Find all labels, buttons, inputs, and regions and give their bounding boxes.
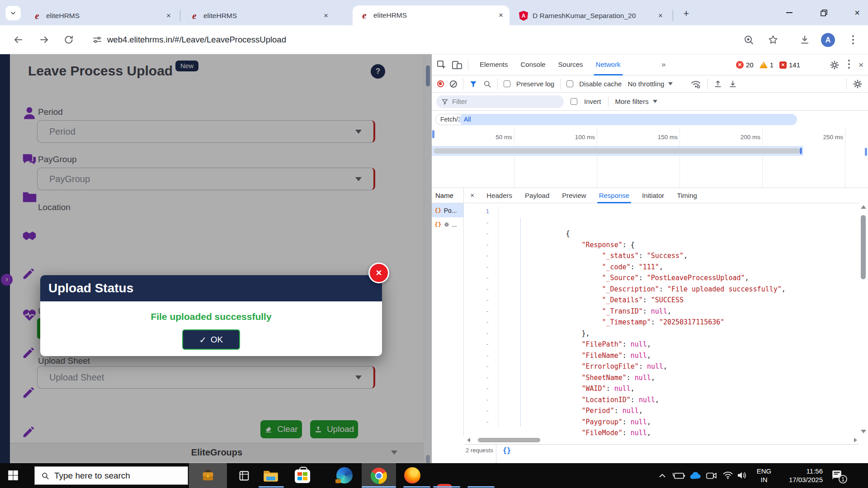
devtools-close-icon[interactable]: × (859, 60, 863, 70)
battery-icon[interactable] (672, 472, 685, 480)
network-settings-gear-icon[interactable] (853, 79, 863, 89)
modal-message: File uploaded successfully (40, 311, 382, 322)
timeline-scroll-nub[interactable] (432, 130, 434, 138)
browser-tab-elitehrms-1[interactable]: e eliteHRMS × (25, 6, 177, 25)
devtools-tab[interactable]: Sources (552, 54, 590, 75)
download-icon[interactable] (799, 34, 810, 45)
response-line: - "Response": { (464, 217, 859, 229)
meet-now-camera-icon[interactable] (706, 472, 717, 479)
timeline-scroll-nub[interactable] (865, 148, 867, 156)
clock[interactable]: 11:56 17/03/2025 (777, 467, 823, 484)
edge-icon[interactable] (336, 467, 353, 483)
response-json-viewer[interactable]: 1 { - "Response": { - (464, 203, 859, 436)
start-button[interactable] (7, 469, 19, 481)
show-hidden-icons-chevron[interactable] (658, 472, 666, 479)
detail-tab[interactable]: Payload (519, 188, 556, 203)
more-filters-dropdown[interactable]: More filters (615, 98, 657, 105)
scrollbar-thumb[interactable] (861, 215, 866, 279)
browser-tab-document[interactable]: A D RameshKumar_Separation_20 × (512, 6, 669, 25)
request-row[interactable]: {} ... (432, 217, 463, 231)
close-details-icon[interactable]: × (464, 192, 480, 200)
detail-tab[interactable]: Headers (480, 188, 519, 203)
window-minimize-button[interactable] (778, 4, 800, 22)
devtools-tab[interactable]: Network (590, 54, 627, 75)
browser-profile-avatar[interactable]: A (821, 33, 835, 47)
browser-tab-elitehrms-active[interactable]: e eliteHRMS × (353, 5, 509, 25)
scroll-up-arrow[interactable] (861, 205, 866, 209)
ok-button[interactable]: ✓ OK (182, 329, 240, 350)
language-indicator[interactable]: ENG IN (754, 467, 774, 484)
record-network-log-icon[interactable] (437, 80, 444, 87)
devtools-tab[interactable]: Console (514, 54, 552, 75)
tab-close-icon[interactable]: × (656, 11, 665, 20)
notification-center-button[interactable]: 1 (831, 469, 843, 481)
onedrive-icon[interactable] (689, 471, 702, 480)
tab-close-icon[interactable]: × (322, 11, 330, 20)
network-conditions-icon[interactable] (690, 79, 701, 89)
window-close-button[interactable]: × (846, 4, 868, 22)
detail-tab[interactable]: Response (593, 188, 636, 203)
search-icon[interactable] (483, 80, 491, 88)
filter-input[interactable] (452, 98, 542, 105)
devtools-menu-kebab-icon[interactable] (848, 60, 850, 70)
pretty-print-icon[interactable]: {} (496, 445, 511, 463)
export-har-icon[interactable] (728, 80, 737, 89)
briefcase-app-button[interactable] (189, 463, 227, 488)
chrome-icon-active[interactable] (362, 463, 396, 488)
window-restore-button[interactable] (813, 4, 835, 22)
tab-search-button[interactable] (5, 6, 21, 20)
browser-tab-elitehrms-2[interactable]: e eliteHRMS × (183, 6, 335, 25)
scrollbar-thumb[interactable] (478, 438, 540, 442)
issues-count-badge[interactable]: ✕ 141 (779, 61, 800, 69)
site-info-icon[interactable] (92, 34, 102, 45)
lens-icon[interactable] (743, 34, 754, 45)
filter-input-pill[interactable] (436, 95, 564, 108)
preserve-log-checkbox[interactable] (504, 80, 510, 87)
inspect-element-icon[interactable] (436, 60, 447, 70)
error-count-badge[interactable]: ✕ 20 (736, 61, 754, 69)
reload-button[interactable] (63, 34, 74, 45)
warning-count-badge[interactable]: 1 (760, 61, 774, 69)
divider (468, 59, 468, 71)
divider (846, 79, 847, 89)
bookmark-star-icon[interactable] (768, 34, 778, 45)
import-har-icon[interactable] (713, 80, 722, 89)
disable-cache-checkbox[interactable] (566, 80, 573, 87)
detail-tab[interactable]: Preview (556, 188, 592, 203)
network-overview-timeline[interactable]: 50 ms100 ms150 ms200 ms250 ms (432, 128, 868, 188)
horizontal-scrollbar[interactable] (464, 436, 859, 444)
invert-checkbox[interactable] (571, 98, 577, 105)
throttling-dropdown[interactable]: No throttling (627, 80, 673, 88)
detail-tab[interactable]: Initiator (636, 188, 670, 203)
settings-gear-icon[interactable] (830, 60, 840, 70)
scroll-down-arrow[interactable] (861, 430, 866, 433)
firefox-icon[interactable] (404, 467, 420, 483)
tab-close-icon[interactable]: × (165, 11, 173, 20)
scroll-right-arrow[interactable] (854, 438, 857, 442)
new-tab-button[interactable]: + (679, 7, 693, 21)
vertical-scrollbar[interactable] (859, 203, 868, 436)
wifi-icon[interactable] (722, 471, 733, 479)
address-bar[interactable]: web4.elitehrms.in/#/Leave/LeaveProcessUp… (107, 25, 286, 54)
back-button[interactable] (13, 34, 24, 45)
task-view-icon[interactable] (238, 469, 250, 482)
name-column-header[interactable]: Name (432, 188, 463, 203)
tab-close-icon[interactable]: × (497, 11, 505, 20)
detail-tab[interactable]: Timing (670, 188, 703, 203)
browser-menu-kebab-icon[interactable] (852, 35, 854, 46)
forward-button[interactable] (39, 34, 50, 45)
filter-chip[interactable]: All (459, 114, 797, 125)
devtools-tab[interactable]: Elements (473, 54, 514, 75)
taskbar-search-input[interactable] (54, 471, 167, 481)
modal-close-button[interactable]: × (368, 263, 389, 283)
scroll-left-arrow[interactable] (467, 438, 470, 442)
speaker-icon[interactable] (737, 471, 748, 480)
file-explorer-icon[interactable] (263, 469, 278, 482)
taskbar-search-box[interactable] (34, 466, 188, 485)
more-tabs-icon[interactable]: » (658, 54, 668, 75)
request-row-selected[interactable]: {} Po... (432, 203, 463, 217)
microsoft-store-icon[interactable] (295, 469, 310, 483)
device-toolbar-icon[interactable] (452, 60, 462, 70)
clear-network-log-icon[interactable] (450, 80, 457, 88)
filter-funnel-icon[interactable] (469, 80, 477, 88)
